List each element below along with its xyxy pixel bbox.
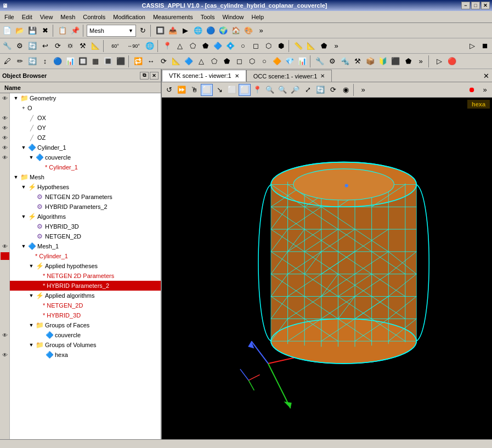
tb-btn-2[interactable]: 📤 — [167, 25, 179, 37]
tree-item-oz[interactable]: ╱ OZ — [10, 133, 161, 143]
tb-btn-4[interactable]: 🌐 — [192, 25, 204, 37]
eye-row-geometry[interactable]: 👁 — [0, 93, 9, 103]
tb3-btn-16[interactable]: △ — [195, 55, 207, 67]
tb2-btn-3[interactable]: 🔄 — [26, 40, 38, 52]
tb2-btn-21[interactable]: ⬟ — [318, 40, 330, 52]
vtk-tab-close[interactable]: ✕ — [235, 73, 239, 79]
tree-item-hybrid2[interactable]: ⚙ HYBRID Parameters_2 — [10, 202, 161, 212]
tree-item-geometry[interactable]: ▼ 📁 Geometry — [10, 93, 161, 103]
eye-row-m1[interactable]: 👁 — [0, 241, 9, 251]
tb3-btn-29[interactable]: 📦 — [364, 55, 376, 67]
tb2-btn-7[interactable]: ⚒ — [77, 40, 89, 52]
tb2-globe[interactable]: 🌐 — [144, 40, 156, 52]
tab-vtk[interactable]: VTK scene:1 - viewer:1 ✕ — [162, 70, 246, 82]
tb3-btn-18[interactable]: ⬟ — [220, 55, 233, 67]
tb3-btn-14[interactable]: 📐 — [170, 55, 182, 67]
vt-btn-6[interactable]: ⬜ — [226, 84, 238, 96]
tb3-btn-10[interactable]: ⬛ — [115, 55, 127, 67]
vt-btn-2[interactable]: ⏩ — [176, 84, 188, 96]
expand-algorithms[interactable]: ▼ — [20, 213, 27, 220]
tb3-btn-22[interactable]: 🔶 — [271, 55, 283, 67]
menu-mesh[interactable]: Mesh — [57, 13, 78, 21]
tab-occ[interactable]: OCC scene:1 - viewer:1 ✕ — [246, 70, 332, 82]
tree-item-hybrid3d-aa[interactable]: * HYBRID_3D — [10, 310, 161, 320]
paste-button[interactable]: 📌 — [69, 25, 81, 37]
ob-close-button[interactable]: ✕ — [150, 72, 159, 80]
tb3-btn-2[interactable]: ✏ — [14, 55, 26, 67]
tb2-btn-20[interactable]: 📐 — [305, 40, 317, 52]
eye-row-cyl1[interactable]: 👁 — [0, 143, 9, 152]
tb3-btn-30[interactable]: 🔰 — [377, 55, 389, 67]
tb-btn-7[interactable]: 🏠 — [230, 25, 242, 37]
tb3-right1[interactable]: ▷ — [433, 55, 445, 67]
tb2-btn-14[interactable]: 💠 — [224, 40, 236, 52]
tree-item-groups-faces[interactable]: ▼ 📁 Groups of Faces — [10, 320, 161, 330]
viewer-close-button[interactable]: ✕ — [480, 70, 492, 82]
tb3-btn-11[interactable]: 🔁 — [132, 55, 144, 67]
tb2-btn-11[interactable]: ⬠ — [186, 40, 199, 52]
tb2-right2[interactable]: ⏹ — [479, 40, 491, 52]
more-tools[interactable]: » — [255, 25, 267, 37]
tree-item-oy[interactable]: ╱ OY — [10, 123, 161, 133]
expand-mesh[interactable]: ▼ — [12, 173, 20, 181]
tb-btn-3[interactable]: ▶ — [179, 25, 191, 37]
menu-view[interactable]: View — [37, 13, 56, 21]
expand-couvercle[interactable]: ▼ — [27, 154, 35, 161]
tb3-btn-9[interactable]: 🔳 — [102, 55, 114, 67]
tb3-btn-6[interactable]: 📊 — [64, 55, 76, 67]
maximize-button[interactable]: □ — [471, 2, 480, 9]
tb3-btn-25[interactable]: 🔧 — [314, 55, 326, 67]
tb3-btn-24[interactable]: 📊 — [296, 55, 308, 67]
vt-btn-16[interactable]: » — [357, 84, 369, 96]
vt-btn-14[interactable]: ⟳ — [327, 84, 339, 96]
expand-mesh1[interactable]: ▼ — [20, 242, 27, 250]
tb2-btn-16[interactable]: ◻ — [250, 40, 262, 52]
tb2-btn-19[interactable]: 📏 — [292, 40, 304, 52]
expand-groups-volumes[interactable]: ▼ — [27, 341, 35, 349]
tb3-btn-13[interactable]: ⟳ — [157, 55, 169, 67]
tree-item-netgen2d-algo[interactable]: ⚙ NETGEN_2D — [10, 231, 161, 241]
expand-groups-faces[interactable]: ▼ — [27, 321, 35, 329]
tree-item-hybrid3d[interactable]: ⚙ HYBRID_3D — [10, 222, 161, 231]
menu-tools[interactable]: Tools — [197, 13, 218, 21]
tb3-btn-27[interactable]: 🔩 — [339, 55, 351, 67]
tb2-btn-17[interactable]: ⬡ — [262, 40, 274, 52]
vt-btn-15[interactable]: ◉ — [340, 84, 352, 96]
tb2-btn-5[interactable]: ⟳ — [52, 40, 64, 52]
tb3-btn-15[interactable]: 🔷 — [183, 55, 195, 67]
vt-zoom-in[interactable]: 🔍 — [276, 84, 289, 96]
tree-item-hypotheses[interactable]: ▼ ⚡ Hypotheses — [10, 182, 161, 192]
tb2-btn-8[interactable]: 📐 — [89, 40, 101, 52]
vt-btn-13[interactable]: 🔄 — [314, 84, 326, 96]
tb3-btn-20[interactable]: ⬡ — [246, 55, 258, 67]
3d-viewport-svg[interactable] — [162, 98, 492, 439]
tb2-btn-9[interactable]: 📍 — [161, 40, 173, 52]
tree-item-cyl1ref[interactable]: * Cylinder_1 — [10, 162, 161, 172]
expand-cylinder1[interactable]: ▼ — [20, 144, 27, 151]
eye-row-ox[interactable]: 👁 — [0, 113, 9, 123]
vt-btn-12[interactable]: ⤢ — [302, 84, 314, 96]
menu-modification[interactable]: Modification — [110, 13, 149, 21]
tb2-btn-1[interactable]: 🔧 — [1, 40, 13, 52]
tree-item-cylinder1[interactable]: ▼ 🔷 Cylinder_1 — [10, 143, 161, 152]
menu-file[interactable]: File — [1, 13, 18, 21]
eye-row-couv2[interactable]: 👁 — [0, 330, 9, 340]
close-button[interactable]: ✕ — [481, 2, 490, 9]
tb3-right2[interactable]: 🔴 — [446, 55, 458, 67]
tb2-angle[interactable]: 60° — [107, 40, 123, 52]
vt-btn-5[interactable]: ↘ — [213, 84, 225, 96]
eye-row-oz[interactable]: 👁 — [0, 133, 9, 143]
tb3-btn-26[interactable]: ⚙ — [326, 55, 338, 67]
vt-btn-1[interactable]: ↺ — [163, 84, 175, 96]
tb2-btn-15[interactable]: ○ — [237, 40, 249, 52]
tb2-btn-18[interactable]: ⬢ — [275, 40, 287, 52]
tb3-btn-21[interactable]: ○ — [258, 55, 270, 67]
tb-btn-8[interactable]: 🎨 — [242, 25, 255, 37]
minimize-button[interactable]: − — [461, 2, 470, 9]
menu-window[interactable]: Window — [219, 13, 247, 21]
tb3-btn-7[interactable]: 🔲 — [77, 55, 89, 67]
tb2-btn-4[interactable]: ↩ — [39, 40, 51, 52]
tb2-more[interactable]: » — [330, 40, 342, 52]
menu-edit[interactable]: Edit — [19, 13, 36, 21]
ob-scroll-area[interactable]: ▼ 📁 Geometry + O ╱ OX — [10, 93, 161, 439]
